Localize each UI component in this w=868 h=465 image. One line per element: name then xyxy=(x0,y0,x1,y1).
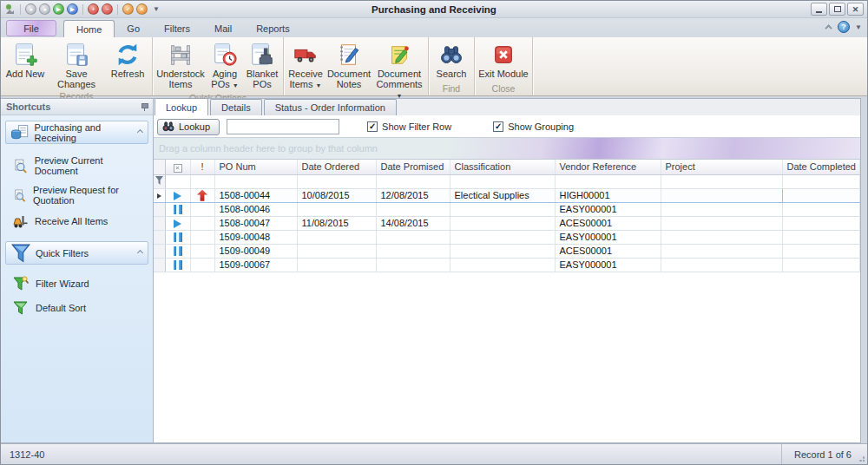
classification-column-header[interactable]: Classification xyxy=(450,160,555,174)
cell-date-completed[interactable] xyxy=(782,216,860,230)
sidebar-item-preview-current-document[interactable]: Preview Current Document xyxy=(5,151,148,180)
show-grouping-checkbox[interactable]: ✓ Show Grouping xyxy=(493,121,574,132)
cell-po-num[interactable]: 1509-00067 xyxy=(214,258,297,272)
table-row[interactable]: 1508-00046 EASY000001 xyxy=(154,202,860,216)
tab-file[interactable]: File xyxy=(6,20,56,36)
vendor-reference-column-header[interactable]: Vendor Reference xyxy=(555,160,661,174)
lookup-button[interactable]: Lookup xyxy=(157,119,220,135)
filter-row[interactable] xyxy=(154,174,860,188)
commit-button[interactable]: ✓ xyxy=(122,3,134,15)
po-num-column-header[interactable]: PO Num xyxy=(214,160,297,174)
status-column-header[interactable]: ✕ xyxy=(165,160,190,174)
tab-go[interactable]: Go xyxy=(115,20,152,37)
cell-po-num[interactable]: 1508-00047 xyxy=(214,216,297,230)
understock-items-button[interactable]: Understock Items xyxy=(155,39,207,91)
cell-date-promised[interactable] xyxy=(376,258,450,272)
cell-date-completed[interactable] xyxy=(782,258,860,272)
cell-date-promised[interactable] xyxy=(376,230,450,244)
sidebar-item-filter-wizard[interactable]: Filter Wizard xyxy=(5,272,148,296)
sidebar-group-purchasing-and-receiving[interactable]: Purchasing and Receiving xyxy=(5,121,148,144)
pin-icon[interactable] xyxy=(141,103,148,111)
cell-vendor-reference[interactable]: HIGH00001 xyxy=(555,188,661,202)
lookup-input[interactable] xyxy=(227,119,339,134)
table-row[interactable]: 1508-00047 11/08/2015 14/08/2015 ACES000… xyxy=(154,216,860,230)
table-row[interactable]: 1509-00067 EASY000001 xyxy=(154,258,860,272)
cell-date-ordered[interactable] xyxy=(297,230,376,244)
document-comments-button[interactable]: Document Comments ▼ xyxy=(372,39,426,103)
cell-project[interactable] xyxy=(661,188,782,202)
cell-classification[interactable]: Electical Supplies xyxy=(450,188,555,202)
cell-date-promised[interactable]: 14/08/2015 xyxy=(376,216,450,230)
cell-po-num[interactable]: 1509-00049 xyxy=(214,244,297,258)
previous-record-button[interactable]: ● xyxy=(39,3,50,15)
cell-classification[interactable] xyxy=(450,230,555,244)
priority-column-header[interactable]: ! xyxy=(190,160,214,174)
minimize-button[interactable] xyxy=(811,3,827,16)
help-button[interactable]: ? xyxy=(838,21,850,33)
cell-date-ordered[interactable] xyxy=(297,244,376,258)
date-ordered-column-header[interactable]: Date Ordered xyxy=(297,160,376,174)
cell-vendor-reference[interactable]: ACES00001 xyxy=(555,216,661,230)
cell-classification[interactable] xyxy=(450,202,555,216)
delete-record-button[interactable]: − xyxy=(102,3,113,15)
collapse-ribbon-icon[interactable] xyxy=(825,24,832,31)
tab-home[interactable]: Home xyxy=(63,20,115,37)
cell-date-ordered[interactable]: 10/08/2015 xyxy=(297,188,376,202)
cell-date-promised[interactable] xyxy=(376,244,450,258)
cell-date-promised[interactable]: 12/08/2015 xyxy=(376,188,450,202)
date-completed-column-header[interactable]: Date Completed xyxy=(782,160,860,174)
cell-classification[interactable] xyxy=(450,258,555,272)
cell-classification[interactable] xyxy=(450,216,555,230)
date-promised-column-header[interactable]: Date Promised xyxy=(376,160,450,174)
cell-vendor-reference[interactable]: EASY000001 xyxy=(555,202,661,216)
cell-date-promised[interactable] xyxy=(376,202,450,216)
sidebar-item-receive-all-items[interactable]: Receive All Items xyxy=(5,210,148,232)
project-column-header[interactable]: Project xyxy=(661,160,782,174)
add-record-button[interactable]: + xyxy=(88,3,99,15)
cancel-button[interactable]: ✕ xyxy=(136,3,148,15)
cell-date-completed[interactable] xyxy=(782,202,860,216)
cell-vendor-reference[interactable]: ACES00001 xyxy=(555,244,661,258)
help-dropdown-icon[interactable]: ▼ xyxy=(855,23,862,31)
receive-items-button[interactable]: Receive Items ▼ xyxy=(286,39,326,93)
cell-date-completed[interactable] xyxy=(782,230,860,244)
cell-project[interactable] xyxy=(661,230,782,244)
blanket-pos-button[interactable]: Blanket POs xyxy=(243,39,281,91)
cell-classification[interactable] xyxy=(450,244,555,258)
sidebar-group-quick-filters[interactable]: Quick Filters xyxy=(5,241,148,265)
tab-details[interactable]: Details xyxy=(210,99,262,115)
document-notes-button[interactable]: Document Notes xyxy=(326,39,372,91)
table-row[interactable]: 1509-00048 EASY000001 xyxy=(154,230,860,244)
table-row[interactable]: 1509-00049 ACES00001 xyxy=(154,244,860,258)
tab-mail[interactable]: Mail xyxy=(202,20,244,37)
exit-module-button[interactable]: Exit Module xyxy=(477,39,530,81)
cell-po-num[interactable]: 1508-00044 xyxy=(214,188,297,202)
tab-status-order-information[interactable]: Status - Order Information xyxy=(264,99,397,115)
tab-reports[interactable]: Reports xyxy=(244,20,302,37)
close-button[interactable]: ✕ xyxy=(847,3,864,16)
cell-date-completed[interactable] xyxy=(782,188,860,202)
next-record-button[interactable]: ▶ xyxy=(53,3,64,15)
cell-date-completed[interactable] xyxy=(782,244,860,258)
sidebar-item-default-sort[interactable]: Default Sort xyxy=(5,296,148,320)
save-changes-button[interactable]: Save Changes xyxy=(48,39,105,91)
sidebar-item-preview-request-for-quotation[interactable]: Preview Request for Quotation xyxy=(5,180,148,210)
qat-customize-dropdown-icon[interactable]: ▼ xyxy=(153,5,160,13)
add-new-button[interactable]: Add New xyxy=(3,39,48,81)
cell-date-ordered[interactable] xyxy=(297,258,376,272)
cell-vendor-reference[interactable]: EASY000001 xyxy=(555,230,661,244)
resize-grip[interactable] xyxy=(857,454,865,462)
cell-project[interactable] xyxy=(661,216,782,230)
aging-pos-button[interactable]: Aging POs ▼ xyxy=(207,39,243,93)
cell-project[interactable] xyxy=(661,202,782,216)
first-record-button[interactable]: ● xyxy=(25,3,36,15)
maximize-button[interactable] xyxy=(829,3,845,16)
cell-project[interactable] xyxy=(661,258,782,272)
tab-filters[interactable]: Filters xyxy=(152,20,202,37)
cell-date-ordered[interactable]: 11/08/2015 xyxy=(297,216,376,230)
cell-vendor-reference[interactable]: EASY000001 xyxy=(555,258,661,272)
cell-project[interactable] xyxy=(661,244,782,258)
show-filter-row-checkbox[interactable]: ✓ Show Filter Row xyxy=(367,121,451,132)
group-by-bar[interactable]: Drag a column header here to group by th… xyxy=(154,138,860,160)
last-record-button[interactable]: ▶ xyxy=(67,3,78,15)
